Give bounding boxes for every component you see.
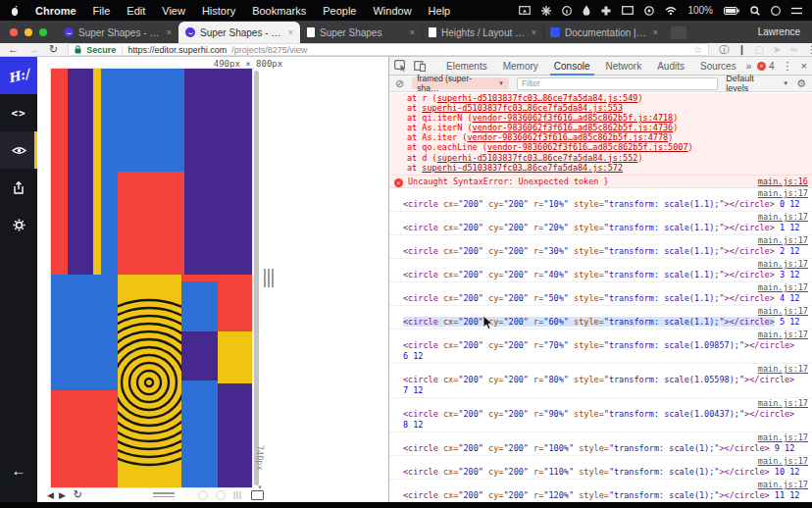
preview-back-button[interactable]: ◀ xyxy=(47,490,54,500)
log-source-link[interactable]: main.js:17 xyxy=(758,212,808,222)
tab-close-icon[interactable]: × xyxy=(532,27,536,37)
log-source-link[interactable]: main.js:17 xyxy=(758,188,808,198)
browser-tab[interactable]: Super Shapes - SuperHi× xyxy=(57,22,178,43)
apple-menu-icon[interactable] xyxy=(10,5,20,17)
menu-item-chrome[interactable]: Chrome xyxy=(35,5,76,17)
disabled-extension-icon[interactable]: ▢ xyxy=(755,44,764,55)
preview-refresh-button[interactable]: ↻ xyxy=(74,488,82,501)
menu-item-help[interactable]: Help xyxy=(429,5,451,17)
more-tabs-chevron[interactable]: » xyxy=(746,61,752,72)
log-levels-dropdown[interactable]: Default levels ▼ xyxy=(726,74,788,93)
log-source-link[interactable]: main.js:17 xyxy=(758,398,808,408)
chrome-menu-icon[interactable]: ⋮ xyxy=(807,44,812,55)
desktop-view-button[interactable] xyxy=(251,490,264,500)
clear-console-icon[interactable]: ⊘ xyxy=(395,78,404,89)
stack-source-link[interactable]: superhi-d5103837fc03…86ce7fa5da84.js:549 xyxy=(437,93,638,103)
pane-resize-handle[interactable] xyxy=(264,269,274,287)
log-source-link[interactable]: main.js:17 xyxy=(758,306,808,316)
reload-button[interactable]: ↻ xyxy=(49,44,58,55)
disabled-extension-icon[interactable]: ≃ xyxy=(789,44,797,55)
devtools-close-icon[interactable]: × xyxy=(801,60,807,72)
preview-forward-button[interactable]: ▶ xyxy=(59,490,66,500)
log-source-link[interactable]: main.js:17 xyxy=(758,432,808,442)
notification-center-icon[interactable] xyxy=(791,7,802,15)
superhi-logo[interactable]: H:/ xyxy=(0,57,37,94)
drop-icon[interactable] xyxy=(583,5,590,16)
tab-close-icon[interactable]: × xyxy=(653,27,658,37)
error-source-link[interactable]: main.js:16 xyxy=(758,176,808,187)
stack-source-link[interactable]: vendor-9836062f3f616…ad85c862b5f.js:5007 xyxy=(487,142,688,152)
console-output[interactable]: at Array.reduce (<anonymous>)at r (super… xyxy=(389,93,812,502)
devtools-tab-console[interactable]: Console xyxy=(546,57,598,76)
devtools-menu-icon[interactable]: ⋮ xyxy=(783,60,793,73)
forward-button[interactable]: → xyxy=(28,44,39,55)
tab-close-icon[interactable]: × xyxy=(410,27,415,37)
menu-item-bookmarks[interactable]: Bookmarks xyxy=(252,5,306,17)
stack-source-link[interactable]: superhi-d5103837fc03…86ce7fa5da84.js:572 xyxy=(422,163,623,173)
stack-source-link[interactable]: superhi-d5103837fc03…86ce7fa5da84.js:553 xyxy=(422,103,623,113)
error-badge[interactable]: × 4 xyxy=(757,61,775,72)
log-source-link[interactable]: main.js:17 xyxy=(758,480,808,489)
log-source-link[interactable]: main.js:17 xyxy=(758,330,808,339)
code-editor-button[interactable]: <> xyxy=(0,94,37,131)
preview-eye-button[interactable] xyxy=(0,131,37,169)
preview-drag-handle[interactable] xyxy=(153,492,175,497)
wifi-icon[interactable] xyxy=(665,6,677,15)
screen-share-icon[interactable] xyxy=(519,6,531,15)
siri-icon[interactable] xyxy=(771,6,781,16)
devtools-tab-sources[interactable]: Sources xyxy=(692,57,744,76)
devtools-tab-memory[interactable]: Memory xyxy=(495,57,546,76)
device-toolbar-icon[interactable] xyxy=(414,60,426,72)
stack-source-link[interactable]: vendor-9836062f3f616…ad85c862b5f.js:4736 xyxy=(473,123,674,132)
zoom-window-button[interactable] xyxy=(39,28,47,36)
menu-item-view[interactable]: View xyxy=(162,5,185,17)
console-filter-input[interactable] xyxy=(517,77,718,90)
menu-item-people[interactable]: People xyxy=(323,5,356,17)
spotlight-icon[interactable] xyxy=(750,6,760,16)
address-bar[interactable]: Secure | https://editor.superhi.com/proj… xyxy=(68,43,709,56)
tab-close-icon[interactable]: × xyxy=(167,27,172,37)
browser-tab[interactable]: Super Shapes× xyxy=(300,22,422,43)
log-source-link[interactable]: main.js:17 xyxy=(758,235,808,245)
disabled-extension-icon[interactable]: ➤ xyxy=(773,44,781,55)
stack-source-link[interactable]: vendor-9836062f3f616…ad85c862b5f.js:4778 xyxy=(467,132,668,142)
stack-source-link[interactable]: vendor-9836062f3f616…ad85c862b5f.js:4718 xyxy=(473,113,674,123)
window-icon[interactable] xyxy=(622,6,634,15)
devtools-tab-elements[interactable]: Elements xyxy=(438,57,495,76)
minimize-window-button[interactable] xyxy=(25,28,32,36)
scrollbar-thumb[interactable] xyxy=(254,71,259,485)
menu-item-file[interactable]: File xyxy=(93,5,111,17)
preview-scrollbar[interactable] xyxy=(252,69,259,487)
devtools-tab-audits[interactable]: Audits xyxy=(649,57,692,76)
stack-source-link[interactable]: superhi-d5103837fc03…86ce7fa5da84.js:552 xyxy=(437,153,638,163)
log-source-link[interactable]: main.js:17 xyxy=(758,364,808,374)
browser-tab[interactable]: Heights / Layout / Docs / TAC× xyxy=(422,22,543,43)
close-window-button[interactable] xyxy=(10,28,18,36)
browser-tab[interactable]: Super Shapes - SuperHi× xyxy=(178,22,300,43)
profile-name[interactable]: Lawrence xyxy=(758,26,800,37)
log-source-link[interactable]: main.js:17 xyxy=(758,456,808,466)
execution-context-selector[interactable]: framed (super-sha… ▼ xyxy=(412,77,509,89)
back-button[interactable]: ← xyxy=(8,44,19,55)
info-extension-icon[interactable]: ⓘ xyxy=(719,43,729,57)
new-tab-button[interactable] xyxy=(671,26,686,39)
menu-item-window[interactable]: Window xyxy=(373,5,411,17)
inspect-element-icon[interactable] xyxy=(394,60,407,72)
menu-item-history[interactable]: History xyxy=(202,5,235,17)
record-icon[interactable] xyxy=(644,6,654,16)
devtools-tab-network[interactable]: Network xyxy=(598,57,650,76)
bookmark-star-icon[interactable]: ☆ xyxy=(693,44,702,55)
back-button[interactable]: ← xyxy=(0,451,37,488)
devtools-settings-icon[interactable]: ⚙ xyxy=(796,77,806,90)
menu-item-edit[interactable]: Edit xyxy=(127,5,145,17)
share-button[interactable] xyxy=(0,169,37,206)
log-source-link[interactable]: main.js:17 xyxy=(758,282,808,292)
tab-close-icon[interactable]: × xyxy=(288,27,293,37)
flower-icon[interactable] xyxy=(541,6,551,16)
bar-extension-icon[interactable]: ❙ xyxy=(737,44,745,55)
extension-icon[interactable] xyxy=(601,6,611,16)
settings-gear-button[interactable] xyxy=(0,206,37,243)
info-circle-icon[interactable] xyxy=(562,6,572,16)
log-source-link[interactable]: main.js:17 xyxy=(758,259,808,269)
browser-tab[interactable]: Documentation | anime.js× xyxy=(543,22,665,43)
